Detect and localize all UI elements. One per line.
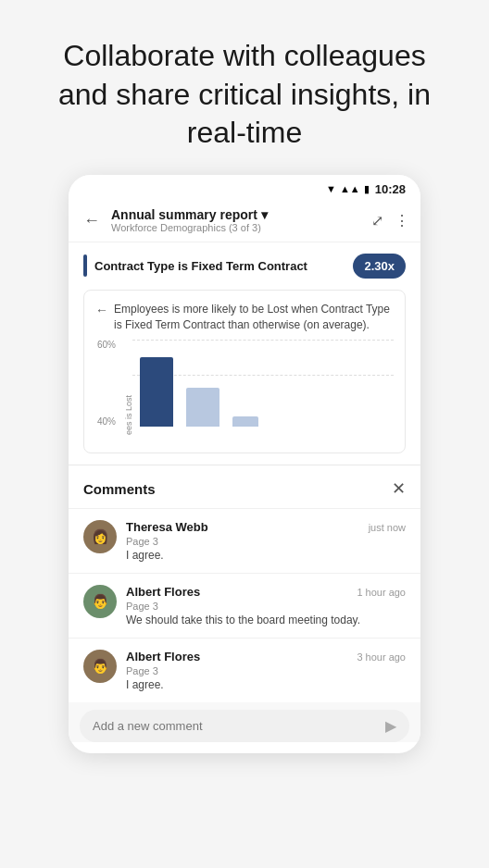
comments-header: Comments ✕ [69, 465, 420, 508]
avatar: 👨 [83, 650, 117, 683]
hero-section: Collaborate with colleagues and share cr… [0, 0, 489, 175]
y-label-40: 40% [97, 416, 116, 427]
comment-text-albert1: We should take this to the board meeting… [126, 614, 406, 626]
back-button[interactable]: ← [80, 207, 104, 234]
bar-small [232, 416, 258, 427]
comment-meta-albert2: Albert Flores 3 hour ago [126, 650, 406, 663]
status-bar: ▼ ▲▲ ▮ 10:28 [69, 175, 420, 200]
bars-container [132, 340, 394, 427]
comment-text-theresa: I agree. [126, 549, 406, 562]
comments-section: Comments ✕ 👩 Theresa Webb just now Page … [69, 465, 420, 742]
comment-time-albert2: 3 hour ago [357, 651, 406, 663]
insight-header: Contract Type is Fixed Term Contract 2.3… [83, 254, 406, 279]
comment-item: 👨 Albert Flores 1 hour ago Page 3 We sho… [69, 573, 420, 638]
chart-section: Contract Type is Fixed Term Contract 2.3… [69, 242, 420, 465]
chart-description: Employees is more likely to be Lost when… [114, 302, 394, 333]
chart-back-arrow[interactable]: ← [95, 303, 108, 317]
y-axis-labels: 60% 40% [97, 340, 116, 427]
comment-page-theresa: Page 3 [126, 536, 406, 547]
comment-page-albert1: Page 3 [126, 601, 406, 612]
bar-chart-wrapper: 60% 40% ees is Lost [95, 340, 394, 441]
comment-author-theresa: Theresa Webb [126, 520, 208, 534]
header-title-area: Annual summary report ▾ Workforce Demogr… [111, 207, 364, 233]
report-title: Annual summary report ▾ [111, 207, 364, 222]
hero-title: Collaborate with colleagues and share cr… [37, 37, 452, 153]
app-header: ← Annual summary report ▾ Workforce Demo… [69, 200, 420, 242]
avatar-face-albert1: 👨 [83, 585, 117, 618]
report-subtitle: Workforce Demographics (3 of 3) [111, 222, 364, 233]
comment-meta-albert1: Albert Flores 1 hour ago [126, 585, 406, 599]
y-label-60: 60% [97, 340, 116, 350]
more-options-icon[interactable]: ⋮ [395, 212, 409, 229]
comment-content-albert1: Albert Flores 1 hour ago Page 3 We shoul… [126, 585, 406, 626]
comment-time-theresa: just now [369, 522, 406, 533]
comment-content-albert2: Albert Flores 3 hour ago Page 3 I agree. [126, 650, 406, 691]
insight-bar-indicator [83, 254, 87, 277]
avatar: 👩 [83, 520, 117, 553]
multiplier-badge: 2.30x [353, 254, 406, 279]
chart-card: ← Employees is more likely to be Lost wh… [83, 290, 406, 454]
expand-icon[interactable]: ⤢ [371, 212, 383, 229]
comment-author-albert1: Albert Flores [126, 585, 200, 599]
status-icons: ▼ ▲▲ ▮ [326, 183, 370, 195]
close-comments-button[interactable]: ✕ [392, 478, 406, 499]
dropdown-icon[interactable]: ▾ [261, 207, 268, 222]
avatar-face-theresa: 👩 [83, 520, 117, 553]
comment-meta-theresa: Theresa Webb just now [126, 520, 406, 534]
comment-content-theresa: Theresa Webb just now Page 3 I agree. [126, 520, 406, 562]
status-time: 10:28 [375, 182, 406, 196]
header-actions: ⤢ ⋮ [371, 212, 409, 229]
comment-page-albert2: Page 3 [126, 665, 406, 676]
comment-item: 👨 Albert Flores 3 hour ago Page 3 I agre… [69, 638, 420, 702]
comment-time-albert1: 1 hour ago [357, 587, 406, 598]
send-comment-button[interactable]: ▶ [385, 717, 396, 735]
avatar-face-albert2: 👨 [83, 650, 117, 683]
wifi-icon: ▼ [326, 183, 336, 194]
battery-icon: ▮ [364, 183, 370, 195]
comment-author-albert2: Albert Flores [126, 650, 200, 663]
comments-title: Comments [83, 481, 156, 497]
chart-back: ← Employees is more likely to be Lost wh… [95, 302, 394, 333]
phone-mockup: ▼ ▲▲ ▮ 10:28 ← Annual summary report ▾ W… [69, 175, 420, 754]
avatar: 👨 [83, 585, 117, 618]
comment-text-albert2: I agree. [126, 678, 406, 691]
bar-other [186, 388, 219, 427]
bar-fixed-term [140, 357, 173, 427]
signal-icon: ▲▲ [340, 183, 360, 194]
comment-input-area[interactable]: ▶ [80, 710, 409, 742]
comment-input[interactable] [93, 719, 378, 733]
comment-item: 👩 Theresa Webb just now Page 3 I agree. [69, 508, 420, 573]
insight-label: Contract Type is Fixed Term Contract [94, 259, 345, 273]
